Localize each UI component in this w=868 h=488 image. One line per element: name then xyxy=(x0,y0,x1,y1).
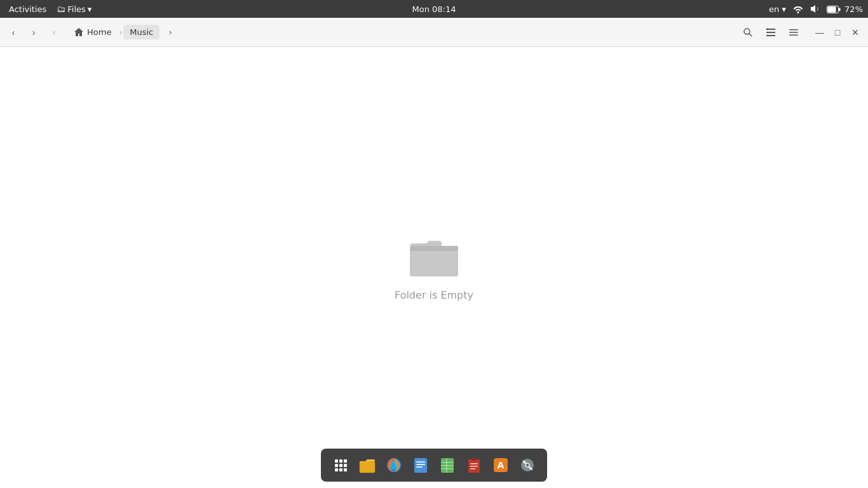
svg-rect-15 xyxy=(339,459,342,463)
svg-rect-40 xyxy=(470,468,475,470)
up-button[interactable]: ‹ xyxy=(44,23,64,42)
wifi-icon xyxy=(792,4,804,13)
svg-rect-8 xyxy=(766,29,768,30)
svg-rect-39 xyxy=(470,466,478,467)
svg-rect-13 xyxy=(410,246,458,251)
list-view-button[interactable] xyxy=(760,22,782,43)
svg-line-4 xyxy=(749,34,752,36)
svg-rect-7 xyxy=(766,35,775,36)
activities-button[interactable]: Activities xyxy=(5,3,50,15)
taskbar-app2[interactable] xyxy=(435,453,459,477)
system-bar-left: Activities 🗂 Files ▾ xyxy=(5,3,95,15)
files-menu[interactable]: 🗂 Files ▾ xyxy=(53,3,95,15)
svg-rect-35 xyxy=(446,458,447,473)
svg-rect-14 xyxy=(335,459,338,463)
svg-rect-38 xyxy=(470,463,478,464)
svg-rect-20 xyxy=(335,468,338,471)
empty-folder-icon xyxy=(409,234,459,279)
svg-rect-37 xyxy=(471,458,477,461)
toolbar-actions xyxy=(737,22,804,43)
menu-button[interactable] xyxy=(783,22,804,43)
grid-icon xyxy=(334,458,348,472)
taskbar-settings[interactable] xyxy=(515,453,539,477)
svg-rect-10 xyxy=(789,32,798,33)
search-button[interactable] xyxy=(737,22,759,43)
breadcrumb-current-label: Music xyxy=(130,27,153,37)
svg-rect-16 xyxy=(344,459,347,463)
breadcrumb-current[interactable]: Music xyxy=(123,25,159,39)
maximize-button[interactable]: □ xyxy=(829,24,846,41)
app2-icon xyxy=(438,456,456,474)
svg-rect-9 xyxy=(789,29,798,30)
files-icon xyxy=(358,456,376,474)
breadcrumb-separator: › xyxy=(118,28,123,37)
system-bar-right: en ▾ 72% xyxy=(769,4,863,14)
svg-rect-33 xyxy=(441,465,454,466)
battery-icon xyxy=(827,6,841,13)
taskbar-app1[interactable] xyxy=(409,453,433,477)
taskbar-appstore[interactable]: A xyxy=(489,453,513,477)
volume-icon xyxy=(810,4,820,14)
taskbar-firefox[interactable] xyxy=(382,453,406,477)
close-button[interactable]: ✕ xyxy=(846,24,864,41)
taskbar-show-apps[interactable] xyxy=(329,453,353,477)
toolbar: ‹ › ‹ Home › Music › xyxy=(0,18,868,47)
files-menu-label: Files xyxy=(67,4,86,14)
svg-text:A: A xyxy=(498,460,505,470)
search-icon xyxy=(743,27,753,37)
back-button[interactable]: ‹ xyxy=(4,23,23,42)
firefox-icon xyxy=(385,456,403,474)
file-manager-window: ‹ › ‹ Home › Music › xyxy=(0,18,868,488)
language-indicator[interactable]: en ▾ xyxy=(769,4,786,14)
list-view-icon xyxy=(766,27,776,37)
taskbar-app3[interactable] xyxy=(462,453,486,477)
breadcrumb-home-label: Home xyxy=(87,27,111,37)
svg-rect-23 xyxy=(360,461,375,473)
svg-rect-27 xyxy=(414,458,427,473)
appstore-icon: A xyxy=(492,456,510,474)
home-icon xyxy=(74,27,84,37)
empty-folder-message: Folder is Empty xyxy=(395,289,473,301)
breadcrumb-home[interactable]: Home xyxy=(67,25,118,40)
breadcrumb-bar: Home › Music › xyxy=(67,22,733,43)
svg-rect-29 xyxy=(416,464,425,465)
svg-rect-6 xyxy=(766,32,775,33)
forward-button[interactable]: › xyxy=(24,23,43,42)
svg-rect-30 xyxy=(416,466,423,468)
breadcrumb-forward-button[interactable]: › xyxy=(161,23,180,42)
battery-indicator: 72% xyxy=(827,4,863,14)
taskbar-files[interactable] xyxy=(355,453,379,477)
system-datetime: Mon 08:14 xyxy=(412,4,456,14)
svg-rect-2 xyxy=(839,8,841,11)
svg-rect-34 xyxy=(441,468,454,470)
window-controls: — □ ✕ xyxy=(811,24,864,41)
svg-rect-18 xyxy=(339,464,342,467)
svg-rect-28 xyxy=(416,461,425,463)
settings-icon xyxy=(519,456,536,474)
main-content: Folder is Empty xyxy=(0,47,868,488)
hamburger-icon xyxy=(789,27,799,37)
svg-rect-1 xyxy=(827,7,836,13)
minimize-button[interactable]: — xyxy=(811,24,829,41)
app3-icon xyxy=(465,456,483,474)
app1-icon xyxy=(412,456,430,474)
svg-rect-11 xyxy=(789,34,798,36)
battery-label: 72% xyxy=(844,4,863,14)
svg-rect-22 xyxy=(344,468,347,471)
svg-rect-19 xyxy=(344,464,347,467)
taskbar: A xyxy=(321,449,547,482)
svg-rect-32 xyxy=(441,462,454,463)
system-bar: Activities 🗂 Files ▾ Mon 08:14 en ▾ 72% xyxy=(0,0,868,18)
files-dropdown-icon: ▾ xyxy=(88,4,92,14)
svg-rect-17 xyxy=(335,464,338,467)
svg-rect-21 xyxy=(339,468,342,471)
